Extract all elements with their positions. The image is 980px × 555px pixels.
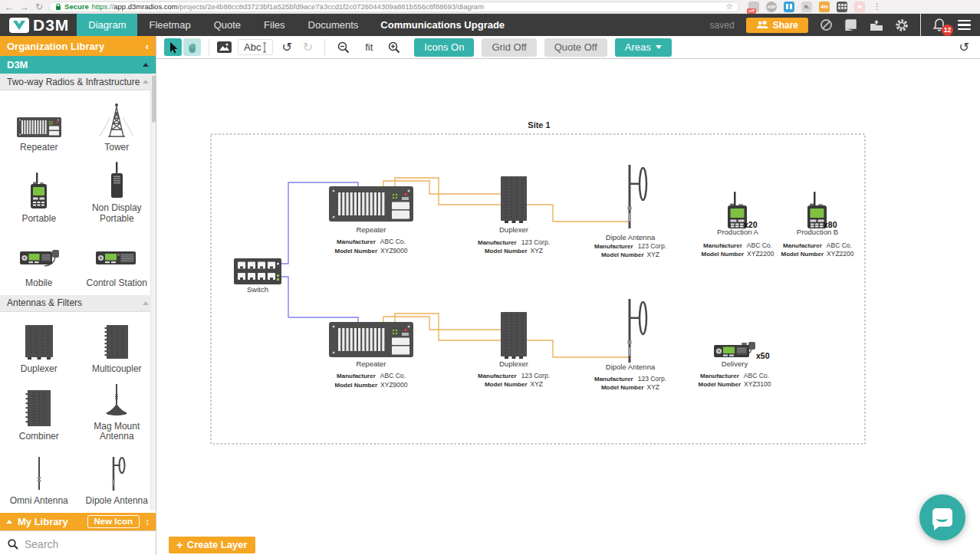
combiner-icon [18, 389, 61, 428]
redo-button[interactable]: ↻ [298, 41, 318, 54]
dipole-antenna-top-node[interactable] [628, 165, 647, 228]
wire-duplexer-antenna-top[interactable] [527, 205, 630, 222]
library-item-non-display-portable[interactable]: Non Display Portable [78, 158, 156, 229]
text-tool-button[interactable]: Abc [238, 39, 273, 55]
my-library-bar[interactable]: My Library New Icon ↕ [0, 513, 156, 530]
settings-button[interactable] [895, 18, 909, 32]
history-button[interactable]: ↺ [959, 40, 972, 54]
logo-text: D3M [33, 16, 69, 34]
bookmark-star-icon[interactable]: ☆ [725, 2, 733, 11]
zoom-out-button[interactable] [331, 41, 356, 54]
nav-tab-fleetmap[interactable]: Fleetmap [137, 14, 202, 36]
collapse-sidebar-icon[interactable]: ‹ [146, 41, 149, 52]
node-label: Duplexer [499, 360, 528, 368]
new-icon-button[interactable]: New Icon [87, 515, 140, 528]
library-item-mobile[interactable]: Mobile [0, 229, 78, 294]
export-button[interactable] [870, 20, 883, 31]
create-layer-button[interactable]: + Create Layer [169, 537, 255, 553]
extension-off-icon[interactable]: off [748, 2, 759, 12]
chat-icon [932, 508, 952, 527]
book-button[interactable] [844, 19, 858, 31]
url-bar[interactable]: Secure https://app.d3mradios.com/project… [49, 2, 739, 12]
share-label: Share [773, 20, 798, 31]
library-item-multicoupler[interactable]: Multicoupler [78, 315, 156, 379]
browser-menu-icon[interactable]: ⋮ [873, 2, 881, 11]
dipole-antenna-bottom-node[interactable] [628, 299, 647, 363]
search-input[interactable] [25, 538, 140, 550]
node-manufacturer: ManufacturerABC Co. [337, 238, 406, 245]
sidebar-scrollbar[interactable] [150, 74, 156, 511]
nav-tab-quote[interactable]: Quote [202, 14, 252, 36]
library-item-label: Duplexer [21, 364, 58, 375]
grid-toggle-button[interactable]: Grid Off [482, 38, 536, 57]
pan-tool-button[interactable] [183, 38, 201, 56]
extension-timer-icon[interactable]: 4m [819, 2, 830, 12]
library-item-portable[interactable]: Portable [0, 158, 78, 229]
node-manufacturer: ManufacturerABC Co. [337, 372, 406, 379]
library-item-label: Tower [104, 143, 129, 153]
chat-bubble-button[interactable] [919, 494, 965, 540]
scrollbar-thumb[interactable] [152, 75, 156, 123]
delivery-node[interactable] [714, 342, 755, 357]
section-header-antennas-filters[interactable]: Antennas & Filters [0, 295, 156, 312]
menu-button[interactable] [958, 18, 971, 33]
extension-n-icon[interactable]: n. [801, 2, 812, 12]
notifications-button[interactable]: 12 [932, 18, 946, 32]
diagram-canvas[interactable]: Site 1 Switch Repeater ManufacturerABC C… [156, 59, 980, 555]
notification-badge: 12 [942, 25, 953, 36]
repeater-bottom-node[interactable] [329, 322, 413, 357]
extension-heart-icon[interactable]: ♥ [854, 2, 865, 12]
icons-toggle-button[interactable]: Icons On [414, 38, 474, 57]
url-text: https://app.d3mradios.com/projects/2e4b8… [92, 2, 484, 11]
zoom-in-button[interactable] [382, 41, 406, 54]
back-icon[interactable]: ← [5, 2, 14, 11]
section-header-two-way-radios[interactable]: Two-way Radios & Infrastructure [0, 74, 156, 90]
node-manufacturer: ManufacturerABC Co. [700, 372, 769, 379]
nav-tab-diagram[interactable]: Diagram [77, 14, 137, 36]
library-item-tower[interactable]: Tower [78, 94, 156, 158]
areas-dropdown-button[interactable]: Areas [615, 38, 672, 57]
presenter-button[interactable] [820, 18, 833, 31]
book-icon [844, 19, 858, 31]
forward-icon[interactable]: → [20, 2, 29, 11]
quote-toggle-button[interactable]: Quote Off [544, 38, 607, 57]
library-item-repeater[interactable]: Repeater [0, 94, 78, 158]
fit-button[interactable]: fit [356, 41, 382, 53]
toolbar-divider [209, 39, 209, 56]
resize-handle-icon[interactable]: ↕ [145, 517, 150, 527]
library-item-dipole-antenna[interactable]: Dipole Antenna [78, 447, 156, 511]
library-item-combiner[interactable]: Combiner [0, 379, 78, 448]
node-model: Model NumberXYZ [601, 251, 659, 258]
select-tool-button[interactable] [164, 38, 182, 56]
site-area[interactable] [211, 134, 865, 444]
library-item-control-station[interactable]: Control Station [78, 229, 156, 294]
extension-board-icon[interactable] [784, 2, 794, 12]
node-manufacturer: Manufacturer123 Corp. [478, 372, 550, 379]
library-item-duplexer[interactable]: Duplexer [0, 315, 78, 379]
node-label: Dipole Antenna [606, 363, 656, 371]
nav-tab-documents[interactable]: Documents [297, 14, 370, 36]
saved-status: saved [710, 20, 735, 31]
wire-duplexer-antenna-bottom[interactable] [527, 340, 630, 357]
switch-node[interactable] [234, 258, 281, 284]
logo-mark-icon [9, 18, 29, 33]
library-item-label: Combiner [19, 432, 59, 442]
wire-switch-repeater-bottom[interactable] [281, 277, 358, 322]
extension-adblock-icon[interactable]: ABP [766, 2, 777, 12]
undo-button[interactable]: ↺ [276, 41, 297, 54]
refresh-icon[interactable]: ↻ [35, 2, 43, 11]
library-item-omni-antenna[interactable]: Omni Antenna [0, 447, 78, 511]
app-logo[interactable]: D3M [0, 16, 77, 34]
image-tool-button[interactable] [215, 38, 233, 56]
extension-film-icon[interactable] [837, 2, 847, 12]
library-item-label: Dipole Antenna [86, 496, 148, 507]
duplexer-top-node[interactable] [501, 176, 527, 223]
duplexer-bottom-node[interactable] [501, 312, 527, 359]
nav-tab-files[interactable]: Files [252, 14, 296, 36]
library-item-mag-mount-antenna[interactable]: Mag Mount Antenna [78, 379, 156, 448]
site-label[interactable]: Site 1 [528, 120, 550, 130]
org-section-header[interactable]: D3M [0, 56, 156, 74]
share-button[interactable]: Share [746, 18, 808, 33]
sidebar-header[interactable]: Organization Library ‹ [0, 36, 156, 56]
repeater-top-node[interactable] [329, 186, 413, 222]
